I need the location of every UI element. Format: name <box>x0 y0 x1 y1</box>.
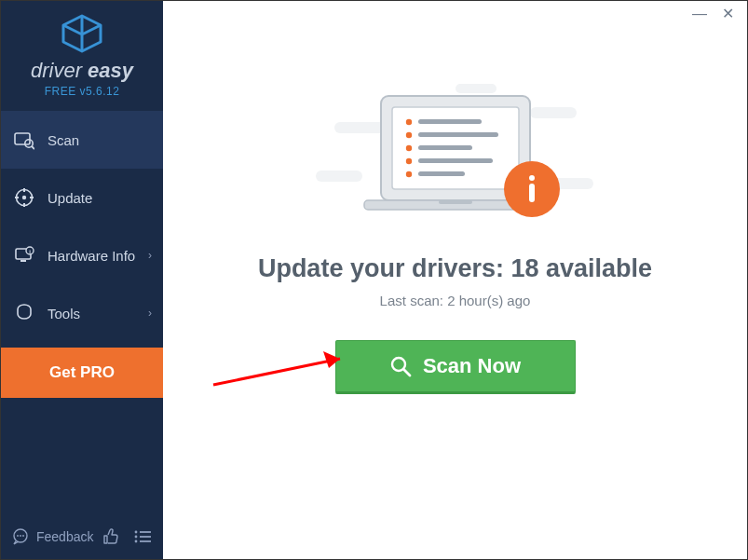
headline: Update your drivers: 18 available <box>258 254 652 283</box>
svg-point-5 <box>22 196 26 199</box>
svg-rect-7 <box>23 203 25 207</box>
brand-name-prefix: driver <box>31 59 88 82</box>
svg-rect-26 <box>530 107 577 118</box>
svg-point-42 <box>405 171 411 177</box>
close-button[interactable]: ✕ <box>722 7 734 21</box>
scan-now-label: Scan Now <box>423 354 521 378</box>
headline-prefix: Update your drivers: <box>258 254 511 282</box>
svg-point-19 <box>135 531 138 534</box>
laptop-illustration <box>316 79 595 238</box>
chevron-right-icon: › <box>148 249 152 262</box>
brand-name: driver easy <box>1 59 163 83</box>
sidebar-bottom-actions <box>102 527 152 546</box>
svg-point-18 <box>22 535 24 537</box>
svg-rect-39 <box>418 145 472 150</box>
svg-line-3 <box>32 146 34 149</box>
scan-icon <box>14 130 34 150</box>
version-label: FREE v5.6.12 <box>1 85 163 98</box>
thumbs-up-icon[interactable] <box>102 527 120 546</box>
svg-rect-1 <box>15 133 30 144</box>
svg-rect-27 <box>316 171 362 182</box>
svg-rect-8 <box>15 197 19 198</box>
svg-point-36 <box>405 132 411 138</box>
magnify-icon <box>389 355 412 377</box>
svg-point-16 <box>17 535 19 537</box>
svg-point-45 <box>529 175 535 181</box>
svg-rect-9 <box>30 197 34 198</box>
hardware-info-icon: i <box>14 245 34 266</box>
svg-point-17 <box>20 535 21 537</box>
svg-rect-6 <box>23 188 25 192</box>
svg-rect-33 <box>439 200 472 204</box>
headline-suffix: available <box>539 254 653 282</box>
menu-list-icon[interactable] <box>133 529 152 544</box>
feedback-label: Feedback <box>36 529 93 544</box>
content-area: Update your drivers: 18 available Last s… <box>163 27 747 559</box>
svg-point-40 <box>405 158 411 164</box>
brand-logo-icon <box>60 14 104 53</box>
svg-point-20 <box>135 536 138 539</box>
svg-line-48 <box>403 370 410 376</box>
sidebar-item-label: Update <box>48 190 92 206</box>
scan-now-button[interactable]: Scan Now <box>335 340 576 394</box>
sidebar-item-label: Scan <box>48 132 79 148</box>
svg-point-38 <box>405 145 411 151</box>
svg-point-21 <box>135 540 138 543</box>
sidebar-spacer <box>1 398 163 518</box>
svg-rect-35 <box>418 119 482 124</box>
sidebar-item-label: Hardware Info <box>48 248 135 264</box>
get-pro-button[interactable]: Get PRO <box>1 348 163 398</box>
sidebar-item-scan[interactable]: Scan <box>1 111 163 169</box>
feedback-button[interactable]: Feedback <box>12 528 93 545</box>
sidebar-item-tools[interactable]: Tools › <box>1 284 163 342</box>
sidebar-item-label: Tools <box>48 306 80 321</box>
svg-point-34 <box>405 119 411 125</box>
app-window: driver easy FREE v5.6.12 Scan Update i <box>1 1 747 559</box>
chat-icon <box>12 528 29 545</box>
main-panel: — ✕ <box>163 1 747 559</box>
brand-name-bold: easy <box>88 59 133 82</box>
tools-icon <box>14 303 34 323</box>
svg-rect-43 <box>418 171 465 176</box>
chevron-right-icon: › <box>148 307 152 320</box>
minimize-button[interactable]: — <box>692 7 707 21</box>
update-icon <box>14 187 34 208</box>
svg-rect-37 <box>418 132 498 137</box>
svg-rect-41 <box>418 158 493 163</box>
svg-rect-29 <box>456 84 496 93</box>
get-pro-label: Get PRO <box>49 363 115 382</box>
svg-rect-46 <box>529 184 535 202</box>
available-count: 18 <box>510 254 538 282</box>
logo-area: driver easy FREE v5.6.12 <box>1 1 163 107</box>
sidebar-bottom: Feedback <box>1 518 163 559</box>
last-scan-label: Last scan: 2 hour(s) ago <box>380 293 531 308</box>
sidebar-item-update[interactable]: Update <box>1 169 163 226</box>
sidebar: driver easy FREE v5.6.12 Scan Update i <box>1 1 163 559</box>
titlebar: — ✕ <box>163 1 747 27</box>
sidebar-item-hardware-info[interactable]: i Hardware Info › <box>1 226 163 284</box>
svg-rect-11 <box>20 260 26 262</box>
sidebar-nav: Scan Update i Hardware Info › Tools <box>1 111 163 342</box>
